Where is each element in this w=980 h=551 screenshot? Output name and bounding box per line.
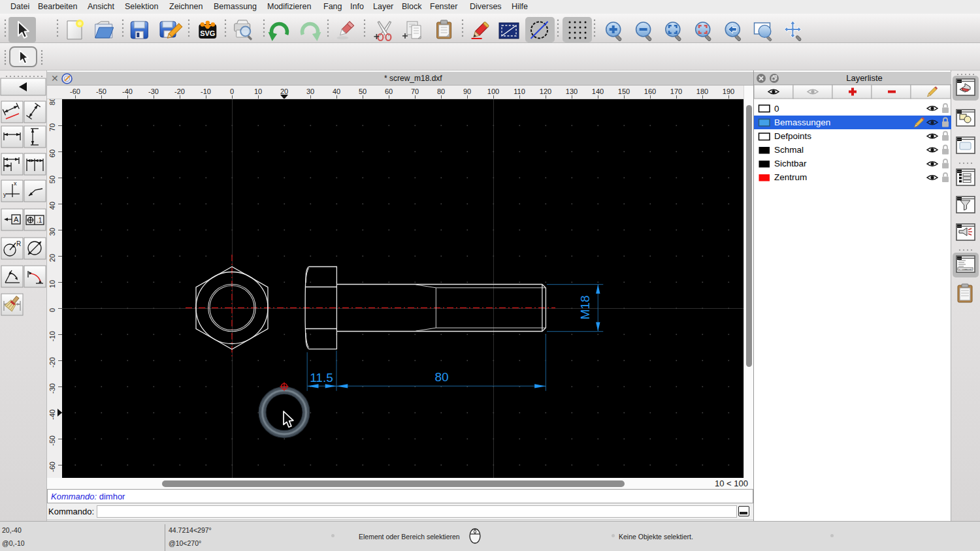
svg-text:0: 0 <box>774 104 779 114</box>
svg-text:80: 80 <box>48 99 56 105</box>
svg-text:-10: -10 <box>48 331 56 341</box>
svg-text:-30: -30 <box>48 383 56 394</box>
svg-text:0: 0 <box>48 308 56 312</box>
svg-text:A: A <box>14 215 19 223</box>
svg-text:60: 60 <box>48 150 56 157</box>
svg-text:20: 20 <box>280 87 288 95</box>
svg-text:-60: -60 <box>48 462 56 472</box>
svg-text:c command: c command <box>959 268 972 271</box>
svg-text:y: y <box>3 191 7 198</box>
svg-text:170: 170 <box>670 87 682 95</box>
svg-text:90: 90 <box>463 87 471 95</box>
svg-text:180: 180 <box>696 87 708 95</box>
svg-text:160: 160 <box>644 87 656 95</box>
svg-text:-50: -50 <box>48 435 56 446</box>
svg-text:.1: .1 <box>37 217 42 224</box>
svg-text:-20: -20 <box>174 87 185 95</box>
svg-text:150: 150 <box>618 87 630 95</box>
svg-text:-30: -30 <box>148 87 159 95</box>
svg-text:40: 40 <box>333 87 340 95</box>
svg-text:50: 50 <box>48 176 56 183</box>
svg-text:-20: -20 <box>48 357 56 368</box>
svg-text:R: R <box>16 240 21 247</box>
svg-text:20: 20 <box>48 254 56 262</box>
svg-text:10: 10 <box>254 87 262 95</box>
svg-text:-50: -50 <box>96 87 106 95</box>
svg-text:x: x <box>14 180 17 187</box>
svg-text:Zentrum: Zentrum <box>774 172 807 182</box>
svg-text:Bemassungen: Bemassungen <box>774 118 830 127</box>
svg-text:140: 140 <box>592 87 604 95</box>
svg-text:-40: -40 <box>122 87 133 95</box>
svg-text:SVG: SVG <box>200 29 215 37</box>
svg-text:80: 80 <box>434 370 448 384</box>
svg-text:40: 40 <box>48 202 56 210</box>
svg-text:30: 30 <box>306 87 314 95</box>
svg-text:190: 190 <box>723 87 734 95</box>
svg-text:-10: -10 <box>201 87 211 95</box>
svg-text:50: 50 <box>359 87 367 95</box>
svg-text:Layerliste: Layerliste <box>846 73 883 83</box>
svg-text:Schmal: Schmal <box>774 145 804 155</box>
svg-text:-60: -60 <box>70 87 80 95</box>
svg-text:130: 130 <box>566 87 578 95</box>
svg-text:0: 0 <box>230 87 234 95</box>
svg-text:10: 10 <box>48 280 56 288</box>
svg-text:100: 100 <box>487 87 499 95</box>
svg-text:Sichtbar: Sichtbar <box>774 159 807 168</box>
svg-text:110: 110 <box>514 87 525 95</box>
svg-text:80: 80 <box>437 87 445 95</box>
svg-text:70: 70 <box>411 87 419 95</box>
svg-text:120: 120 <box>540 87 551 95</box>
svg-text:11.5: 11.5 <box>310 371 333 385</box>
svg-text:70: 70 <box>48 123 56 131</box>
svg-text:M18: M18 <box>578 296 592 320</box>
svg-text:Defpoints: Defpoints <box>774 131 811 141</box>
svg-text:30: 30 <box>48 228 56 236</box>
svg-text:60: 60 <box>385 87 393 95</box>
svg-text:-40: -40 <box>48 409 56 420</box>
